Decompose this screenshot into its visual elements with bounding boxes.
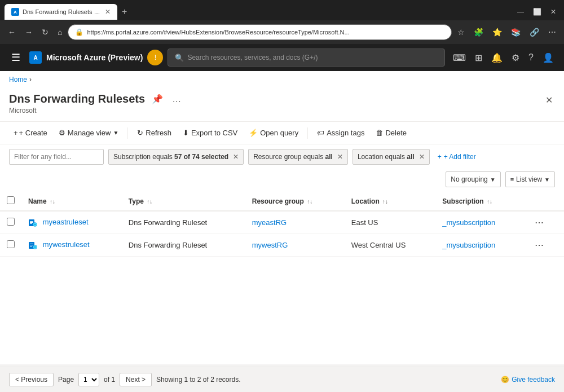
select-all-checkbox[interactable] [7,196,15,204]
filter-bar: Subscription equals 57 of 74 selected ✕ … [0,144,564,169]
resource-name-link-1[interactable]: mywestruleset [43,240,90,249]
svg-rect-3 [30,223,32,224]
actions-column-header [525,192,564,211]
notification-icon[interactable]: ! [147,50,163,65]
view-dropdown[interactable]: ≡ List view ▼ [505,171,555,187]
maximize-button[interactable]: ⬜ [530,6,545,18]
subscription-filter-close[interactable]: ✕ [233,153,239,161]
resource-name-link-0[interactable]: myeastruleset [43,218,89,226]
location-filter-close[interactable]: ✕ [419,153,425,161]
azure-search-bar[interactable]: 🔍 Search resources, services, and docs (… [168,49,445,67]
back-button[interactable]: ← [5,25,19,39]
view-chevron-icon: ▼ [544,177,550,183]
select-all-column [0,192,21,211]
manage-view-button[interactable]: ⚙ Manage view ▼ [54,126,124,139]
resource-group-cell: mywestRG [245,234,345,257]
location-column-header: Location ↑↓ [345,192,436,211]
more-options-icon[interactable]: ⋯ [545,25,559,39]
home-button[interactable]: ⌂ [54,25,65,39]
settings-icon[interactable]: ⚙ [508,50,523,65]
pin-button[interactable]: 📌 [149,93,165,105]
cloudshell-icon[interactable]: ⌨ [450,50,469,65]
share-icon[interactable]: 🔗 [526,25,543,39]
search-icon: 🔍 [175,54,184,62]
row-checkbox-0[interactable] [7,218,15,226]
name-cell: mywestruleset [21,234,122,257]
rg-sort-icon[interactable]: ↑↓ [307,199,312,205]
page-title-row: Dns Forwarding Rulesets 📌 … [9,93,183,105]
type-cell: Dns Forwarding Ruleset [122,234,245,257]
filter-input[interactable] [9,149,104,165]
assign-tags-button[interactable]: 🏷 Assign tags [312,126,369,139]
subscription-filter-tag: Subscription equals 57 of 74 selected ✕ [108,149,244,165]
name-cell: myeastruleset [21,211,122,234]
browser-controls: ← → ↻ ⌂ 🔒 https://ms.portal.azure.com/#v… [0,20,564,44]
export-icon: ⬇ [183,129,189,137]
resource-icon-1 [28,241,37,250]
table-body: myeastruleset Dns Forwarding Ruleset mye… [0,211,564,257]
open-query-button[interactable]: ⚡ Open query [244,126,303,139]
svg-rect-8 [30,244,33,244]
account-icon[interactable]: 👤 [539,50,557,65]
location-sort-icon[interactable]: ↑↓ [382,199,388,205]
svg-rect-9 [30,245,33,245]
extensions-icon[interactable]: 🧩 [470,25,487,39]
forward-button[interactable]: → [21,25,36,39]
close-window-button[interactable]: ✕ [547,6,559,18]
refresh-button[interactable]: ↻ Refresh [133,126,176,139]
export-button[interactable]: ⬇ Export to CSV [178,126,242,139]
close-button[interactable]: ✕ [543,93,555,108]
browser-tab-bar: A Dns Forwarding Rulesets - Micr... ✕ + … [0,0,564,20]
address-bar[interactable]: 🔒 https://ms.portal.azure.com/#view/Hubs… [68,24,452,40]
row-checkbox-1[interactable] [7,240,15,248]
query-icon: ⚡ [249,129,258,137]
subscription-sort-icon[interactable]: ↑↓ [487,199,492,205]
resource-group-filter-close[interactable]: ✕ [337,153,343,161]
view-label: List view [516,175,542,183]
favorites-icon[interactable]: ⭐ [489,25,505,39]
subscription-column-header: Subscription ↑↓ [435,192,525,211]
reload-button[interactable]: ↻ [38,25,52,39]
subscription-filter-label: Subscription equals 57 of 74 selected [113,153,228,161]
name-column-header: Name ↑↓ [21,192,122,211]
more-header-button[interactable]: … [170,93,183,105]
type-cell: Dns Forwarding Ruleset [122,211,245,234]
type-sort-icon[interactable]: ↑↓ [147,199,152,205]
list-view-icon: ≡ [510,176,514,183]
grouping-dropdown[interactable]: No grouping ▼ [446,171,500,187]
row-more-button-1[interactable]: ⋯ [531,239,547,252]
active-tab[interactable]: A Dns Forwarding Rulesets - Micr... ✕ [5,4,117,20]
table-header-row: Name ↑↓ Type ↑↓ Resource group ↑↓ Locati… [0,192,564,211]
help-icon[interactable]: ? [525,50,537,65]
table-row: myeastruleset Dns Forwarding Ruleset mye… [0,211,564,234]
breadcrumb-separator: › [29,76,32,83]
subscription-link-0[interactable]: _mysubscription [442,218,495,227]
row-actions-cell: ⋯ [525,211,564,234]
delete-button[interactable]: 🗑 Delete [371,126,411,139]
breadcrumb-home[interactable]: Home [9,76,27,83]
notifications-bell-icon[interactable]: 🔔 [488,50,506,65]
minimize-button[interactable]: — [514,6,527,18]
resource-group-link-0[interactable]: myeastRG [252,218,287,227]
add-filter-button[interactable]: + + Add filter [434,152,479,162]
create-button[interactable]: + + Create [9,126,52,139]
directory-icon[interactable]: ⊞ [472,50,486,65]
svg-rect-2 [30,222,33,223]
name-sort-icon[interactable]: ↑↓ [50,199,55,205]
resource-group-filter-label: Resource group equals all [253,153,333,161]
collections-icon[interactable]: 📚 [508,25,524,39]
location-filter-tag: Location equals all ✕ [352,149,430,165]
resource-group-filter-tag: Resource group equals all ✕ [248,149,348,165]
row-more-button-0[interactable]: ⋯ [531,216,547,229]
bookmark-icon[interactable]: ☆ [454,25,468,39]
resource-group-link-1[interactable]: mywestRG [252,241,288,249]
azure-logo-text: Microsoft Azure (Preview) [46,53,143,62]
resource-icon-0 [28,218,37,227]
location-cell: West Central US [345,234,436,257]
view-controls: No grouping ▼ ≡ List view ▼ [0,169,564,192]
chevron-down-icon: ▼ [113,130,118,136]
hamburger-menu[interactable]: ☰ [7,49,25,66]
new-tab-button[interactable]: + [117,6,131,18]
subscription-link-1[interactable]: _mysubscription [442,241,495,249]
tab-close-button[interactable]: ✕ [105,8,111,16]
